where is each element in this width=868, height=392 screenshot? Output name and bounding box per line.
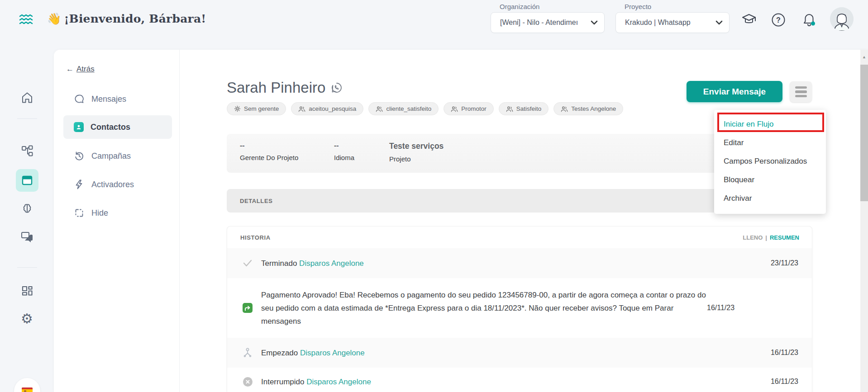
hide-panel-icon (74, 208, 85, 218)
group-tag-icon (376, 106, 383, 112)
sidebar-divider (17, 118, 37, 119)
tag-cliente-satisfeito[interactable]: cliente_satisfeito (368, 102, 439, 115)
organization-value: [Weni] - Nilo - Atendimeı (500, 19, 591, 27)
menu-item-editar[interactable]: Editar (714, 133, 826, 152)
flow-link[interactable]: Disparos Angelone (299, 259, 364, 268)
organization-label: Organización (500, 3, 605, 10)
top-header: 👋¡Bienvenido, Bárbara! Organización [Wen… (0, 0, 868, 40)
history-date: 16/11/23 (771, 378, 798, 386)
scrollbar-thumb[interactable] (860, 65, 868, 201)
sidebar-item-activadores[interactable]: Activadores (63, 173, 172, 196)
message-sent-icon (242, 303, 253, 313)
notification-dot (811, 22, 815, 26)
check-icon (242, 260, 253, 267)
field-value: -- (334, 142, 354, 150)
home-icon[interactable] (0, 91, 54, 104)
send-message-button[interactable]: Enviar Mensaje (687, 81, 782, 102)
project-label: Proyecto (625, 3, 730, 10)
back-link[interactable]: ←Atrás (66, 65, 95, 74)
settings-gear-icon[interactable]: ⚙ (0, 312, 54, 326)
back-arrow-icon: ← (66, 65, 74, 73)
group-tag-icon (506, 106, 513, 112)
history-text: Empezado Disparos Angelone (261, 346, 771, 359)
project-value: Krakudo | Whatsapp (625, 19, 715, 27)
sidebar-item-campanas[interactable]: Campañas (63, 144, 172, 168)
contact-options-dropdown: Iniciar en Flujo Editar Campos Personali… (714, 110, 826, 214)
gear-tag-icon (234, 105, 241, 112)
chats-icon[interactable] (0, 231, 54, 243)
filter-lleno[interactable]: LLENO (743, 234, 763, 241)
wave-emoji: 👋 (47, 12, 61, 25)
history-title: HISTORIA (240, 234, 271, 241)
sidebar-item-label: Hide (91, 208, 108, 218)
language-selector-spanish-flag[interactable] (14, 378, 40, 392)
field-projeto: Teste serviços Projeto (389, 142, 444, 163)
history-filters: LLENO | RESUMEN (743, 234, 799, 241)
menu-item-iniciar-en-flujo[interactable]: Iniciar en Flujo (714, 115, 826, 133)
vertical-scrollbar[interactable]: ▲ (860, 50, 868, 392)
contact-tags: Sem gerente aceitou_pesquisa cliente_sat… (227, 102, 623, 115)
project-select[interactable]: Krakudo | Whatsapp (615, 12, 730, 33)
sidebar-item-mensajes[interactable]: Mensajes (63, 87, 172, 111)
field-gerente: -- Gerente Do Projeto (240, 142, 298, 161)
studio-icon-active[interactable] (16, 169, 38, 192)
history-row-message: Pagamento Aprovado! Eba! Recebemos o pag… (227, 278, 812, 338)
chevron-down-icon (715, 20, 723, 25)
menu-item-bloquear[interactable]: Bloquear (714, 170, 826, 189)
scrollbar-up-arrow[interactable]: ▲ (860, 52, 868, 61)
help-icon[interactable]: ? (771, 13, 786, 27)
field-label: Projeto (389, 155, 444, 163)
field-label: Idioma (334, 154, 354, 161)
history-date: 16/11/23 (707, 304, 734, 312)
history-section: HISTORIA LLENO | RESUMEN Terminado Dispa… (227, 226, 812, 392)
brain-ai-icon[interactable] (0, 203, 54, 215)
tag-label: aceitou_pesquisa (309, 105, 356, 112)
field-label: Gerente Do Projeto (240, 154, 298, 161)
sidebar-item-hide[interactable]: Hide (63, 201, 172, 225)
menu-item-campos-personalizados[interactable]: Campos Personalizados (714, 152, 826, 170)
apps-grid-icon[interactable] (0, 285, 54, 298)
field-value: -- (240, 142, 298, 150)
lightning-icon (74, 179, 85, 190)
flow-link[interactable]: Disparos Angelone (306, 378, 371, 386)
whatsapp-channel-icon (331, 82, 343, 94)
sidebar-item-contactos[interactable]: Contactos (63, 115, 172, 139)
back-label: Atrás (76, 65, 95, 73)
sidebar-item-label: Contactos (91, 123, 130, 132)
menu-item-archivar[interactable]: Archivar (714, 189, 826, 208)
history-text: Interrumpido Disparos Angelone (261, 375, 771, 388)
welcome-text: ¡Bienvenido, Bárbara! (64, 12, 206, 25)
academy-icon[interactable] (741, 13, 757, 26)
contact-name: Sarah Pinheiro (227, 79, 325, 96)
tag-testes-angelone[interactable]: Testes Angelone (553, 102, 623, 115)
tag-sem-gerente[interactable]: Sem gerente (227, 102, 286, 115)
contact-options-menu-button[interactable] (790, 81, 812, 102)
group-tag-icon (561, 106, 568, 112)
contact-name-title: Sarah Pinheiro (227, 79, 343, 96)
contacts-badge-icon (74, 122, 84, 132)
sidebar-item-label: Activadores (91, 180, 134, 189)
organization-select-group: Organización [Weni] - Nilo - Atendimeı (491, 3, 605, 33)
tag-promotor[interactable]: Promotor (444, 102, 494, 115)
sidebar-item-label: Campañas (91, 151, 131, 161)
tag-label: Promotor (461, 105, 486, 112)
filter-resumen[interactable]: RESUMEN (770, 234, 799, 241)
flows-icon[interactable] (0, 145, 54, 157)
history-clock-icon (74, 151, 85, 161)
contact-sidebar: ←Atrás Mensajes Contactos Campa (54, 50, 180, 392)
field-idioma: -- Idioma (334, 142, 354, 161)
weni-logo-icon[interactable] (19, 14, 35, 26)
organization-select[interactable]: [Weni] - Nilo - Atendimeı (491, 12, 605, 33)
user-avatar[interactable] (830, 7, 854, 31)
chevron-down-icon (591, 20, 598, 25)
sidebar-divider (17, 267, 37, 268)
welcome-heading: 👋¡Bienvenido, Bárbara! (47, 12, 206, 25)
tag-aceitou-pesquisa[interactable]: aceitou_pesquisa (291, 102, 363, 115)
flow-link[interactable]: Disparos Angelone (300, 349, 365, 357)
notifications-bell-icon[interactable] (802, 13, 816, 28)
history-status: Empezado (261, 349, 298, 357)
primary-sidebar: ⚙ (0, 40, 54, 392)
field-value: Teste serviços (389, 142, 444, 151)
history-row-empezado: Empezado Disparos Angelone 16/11/23 (227, 338, 812, 368)
tag-satisfeito[interactable]: Satisfeito (499, 102, 549, 115)
